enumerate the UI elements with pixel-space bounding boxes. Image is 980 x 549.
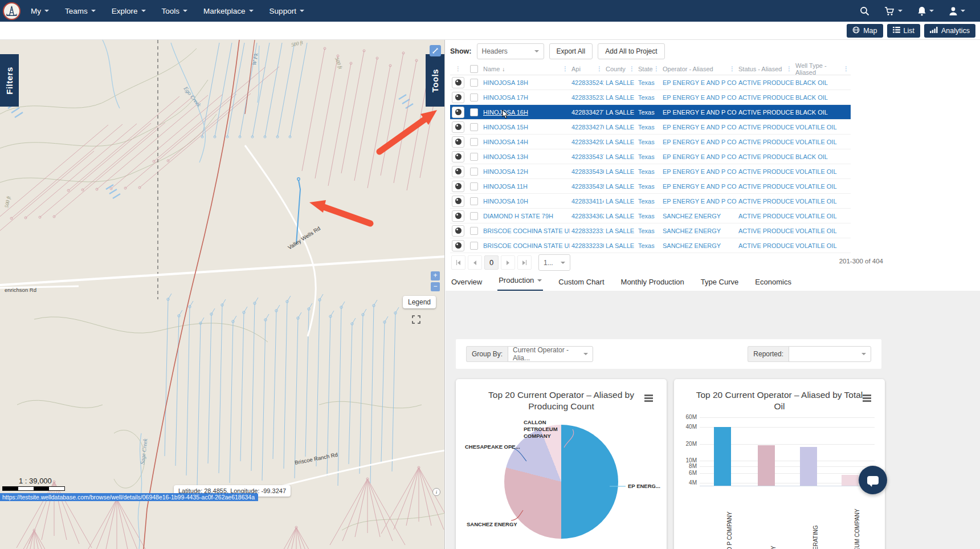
locate-on-map-button[interactable] (452, 92, 464, 103)
table-row[interactable]: HINOJOSA 12H4228335436LA SALLETexasEP EN… (450, 164, 851, 179)
row-checkbox[interactable] (470, 108, 478, 116)
fullscreen-expand-icon[interactable] (411, 315, 421, 327)
locate-on-map-button[interactable] (452, 240, 464, 251)
table-row[interactable]: HINOJOSA 14H4228334292LA SALLETexasEP EN… (450, 135, 851, 149)
county-value[interactable]: LA SALLE (604, 168, 636, 175)
reported-dropdown[interactable] (789, 346, 871, 362)
operator-value[interactable]: SANCHEZ ENERGY (661, 227, 737, 234)
state-value[interactable]: Texas (636, 242, 661, 249)
status-value[interactable]: ACTIVE PRODUCER (737, 198, 794, 205)
topo-basemap[interactable]: Ego Creek Sage Creek W Fk 500 ft 500 ft … (0, 40, 445, 549)
state-value[interactable]: Texas (636, 227, 661, 234)
well-type-value[interactable]: BLACK OIL (794, 153, 851, 160)
status-value[interactable]: ACTIVE PRODUCER (737, 213, 794, 219)
well-type-value[interactable]: VOLATILE OIL (794, 198, 851, 205)
tab-type-curve[interactable]: Type Curve (700, 274, 740, 291)
row-menu-column-header[interactable]: ⋮ (450, 66, 466, 72)
well-name-link[interactable]: HINOJOSA 10H (481, 198, 570, 205)
prev-page-button[interactable] (468, 255, 482, 270)
operator-value[interactable]: EP ENERGY E AND P COMPANY (661, 153, 737, 160)
operator-value[interactable]: EP ENERGY E AND P COMPANY (661, 183, 737, 190)
table-row[interactable]: HINOJOSA 16H4228334277LA SALLETexasEP EN… (450, 105, 851, 120)
analytics-view-button[interactable]: Analytics (924, 24, 975, 38)
zoom-in-button[interactable]: + (431, 271, 440, 280)
api-number[interactable]: 4228334114 (570, 198, 604, 205)
operator-value[interactable]: EP ENERGY E AND P COMPANY (661, 198, 737, 205)
status-value[interactable]: ACTIVE PRODUCER (737, 168, 794, 175)
operator-value[interactable]: EP ENERGY E AND P COMPANY (661, 109, 737, 116)
add-all-to-project-button[interactable]: Add All to Project (598, 43, 664, 59)
locate-on-map-button[interactable] (452, 121, 464, 133)
operator-value[interactable]: EP ENERGY E AND P COMPANY (661, 79, 737, 86)
bar-3[interactable] (800, 447, 817, 486)
table-row[interactable]: DIAMOND H STATE 79H4228334362LA SALLETex… (450, 209, 851, 223)
state-value[interactable]: Texas (636, 124, 661, 131)
bar-4[interactable] (842, 475, 859, 486)
well-name-link[interactable]: HINOJOSA 11H (481, 183, 570, 190)
locate-on-map-button[interactable] (452, 77, 464, 88)
well-type-value[interactable]: BLACK OIL (794, 109, 851, 116)
county-value[interactable]: LA SALLE (604, 198, 636, 205)
current-page-indicator[interactable]: 0 (484, 255, 499, 270)
row-checkbox[interactable] (470, 182, 478, 190)
bar-1[interactable] (714, 427, 731, 486)
api-number[interactable]: 4228334276 (570, 124, 604, 131)
well-name-link[interactable]: HINOJOSA 18H (481, 79, 570, 86)
legend-button[interactable]: Legend (403, 296, 436, 308)
state-value[interactable]: Texas (636, 153, 661, 160)
column-menu-icon[interactable]: ⋮ (562, 66, 568, 72)
county-value[interactable]: LA SALLE (604, 153, 636, 160)
status-value[interactable]: ACTIVE PRODUCER (737, 183, 794, 190)
row-checkbox[interactable] (470, 93, 478, 101)
operator-value[interactable]: EP ENERGY E AND P COMPANY (661, 94, 737, 101)
cart-icon[interactable] (884, 6, 903, 16)
tab-overview[interactable]: Overview (450, 274, 483, 291)
operator-value[interactable]: EP ENERGY E AND P COMPANY (661, 124, 737, 131)
tools-panel-tab[interactable]: Tools (426, 54, 444, 107)
first-page-button[interactable] (451, 255, 466, 270)
column-header-status[interactable]: Status - Aliased⋮ (737, 66, 794, 72)
page-select-dropdown[interactable]: 1... (538, 254, 570, 271)
tab-custom-chart[interactable]: Custom Chart (557, 274, 605, 291)
tab-economics[interactable]: Economics (754, 274, 793, 291)
api-number[interactable]: 4228335232 (570, 94, 604, 101)
column-header-type[interactable]: Well Type - Aliased⋮ (794, 62, 851, 76)
row-checkbox[interactable] (470, 212, 478, 220)
api-number[interactable]: 4228335435 (570, 183, 604, 190)
status-value[interactable]: ACTIVE PRODUCER (737, 79, 794, 86)
export-all-button[interactable]: Export All (549, 43, 593, 59)
nav-menu-my[interactable]: My (31, 7, 49, 15)
well-name-link[interactable]: BRISCOE COCHINA STATE UNIT B 1H (481, 227, 570, 234)
bar-2[interactable] (758, 445, 775, 486)
api-number[interactable]: 4228334362 (570, 213, 604, 219)
county-value[interactable]: LA SALLE (604, 183, 636, 190)
notifications-bell-icon[interactable] (917, 6, 934, 16)
column-menu-icon[interactable]: ⋮ (629, 66, 635, 72)
state-value[interactable]: Texas (636, 109, 661, 116)
well-name-link[interactable]: HINOJOSA 16H (481, 109, 570, 116)
table-row[interactable]: HINOJOSA 18H4228335241LA SALLETexasEP EN… (450, 75, 851, 90)
state-value[interactable]: Texas (636, 198, 661, 205)
well-type-value[interactable]: VOLATILE OIL (794, 124, 851, 131)
nav-menu-teams[interactable]: Teams (65, 7, 96, 15)
status-value[interactable]: ACTIVE PRODUCER (737, 242, 794, 249)
status-value[interactable]: ACTIVE PRODUCER (737, 94, 794, 101)
map-pane[interactable]: Ego Creek Sage Creek W Fk 500 ft 500 ft … (0, 40, 445, 549)
api-number[interactable]: 4228334292 (570, 139, 604, 145)
locate-on-map-button[interactable] (452, 210, 464, 222)
well-name-link[interactable]: HINOJOSA 14H (481, 139, 570, 145)
locate-on-map-button[interactable] (452, 225, 464, 237)
table-row[interactable]: HINOJOSA 11H4228335435LA SALLETexasEP EN… (450, 179, 851, 194)
api-number[interactable]: 4228335436 (570, 168, 604, 175)
well-type-value[interactable]: VOLATILE OIL (794, 213, 851, 219)
next-page-button[interactable] (501, 255, 515, 270)
well-type-value[interactable]: VOLATILE OIL (794, 139, 851, 145)
operator-value[interactable]: SANCHEZ ENERGY (661, 242, 737, 249)
row-checkbox[interactable] (470, 242, 478, 250)
search-icon[interactable] (860, 6, 869, 16)
status-value[interactable]: ACTIVE PRODUCER (737, 109, 794, 116)
well-name-link[interactable]: HINOJOSA 15H (481, 124, 570, 131)
locate-on-map-button[interactable] (452, 166, 464, 177)
column-header-op[interactable]: Operator - Aliased⋮ (661, 66, 737, 72)
locate-on-map-button[interactable] (452, 107, 464, 118)
